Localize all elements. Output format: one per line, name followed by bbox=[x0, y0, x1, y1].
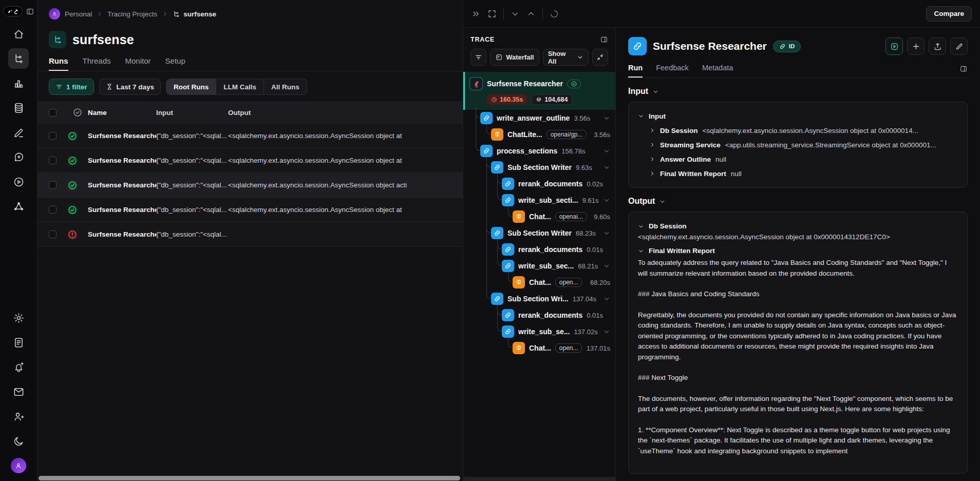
table-row[interactable]: Surfsense Researcher{"db_session":"<sqla… bbox=[37, 198, 463, 222]
input-tree-row[interactable]: Answer Outlinenull bbox=[649, 152, 958, 166]
table-row[interactable]: Surfsense Researcher{"db_session":"<sqla… bbox=[37, 222, 463, 247]
tab-threads[interactable]: Threads bbox=[83, 56, 111, 71]
share-button[interactable] bbox=[929, 37, 946, 55]
sidebar-item-deployments[interactable] bbox=[8, 196, 29, 217]
trace-scrollbar-track[interactable] bbox=[463, 477, 615, 481]
column-header-output[interactable]: Output bbox=[228, 109, 463, 117]
segment-root-runs[interactable]: Root Runs bbox=[166, 79, 216, 94]
trace-tree-item[interactable]: Sub Section Writer68.23s bbox=[463, 225, 615, 241]
row-checkbox[interactable] bbox=[49, 157, 56, 164]
chevron-down-icon[interactable] bbox=[603, 262, 610, 270]
input-tree-row[interactable]: Streaming Service<app.utils.streaming_se… bbox=[649, 138, 958, 152]
breadcrumb-current[interactable]: surfsense bbox=[173, 10, 216, 18]
trace-tree-item[interactable]: write_sub_secti...9.61s bbox=[463, 192, 615, 208]
trace-tree-item[interactable]: write_sub_sec...68.21s bbox=[463, 258, 615, 274]
input-tree-row[interactable]: Final Written Reportnull bbox=[649, 166, 958, 181]
sidebar-item-prompts[interactable] bbox=[8, 147, 29, 167]
tab-monitor[interactable]: Monitor bbox=[125, 56, 151, 71]
chevron-down-icon[interactable] bbox=[638, 223, 644, 229]
output-section-header[interactable]: Output bbox=[628, 197, 968, 206]
horizontal-scrollbar[interactable] bbox=[39, 476, 460, 480]
chevron-down-icon[interactable] bbox=[603, 229, 610, 237]
chevron-down-icon[interactable] bbox=[511, 9, 520, 18]
input-tree-row[interactable]: Db Session<sqlalchemy.ext.asyncio.sessio… bbox=[649, 123, 958, 138]
tab-metadata[interactable]: Metadata bbox=[702, 64, 733, 78]
row-checkbox[interactable] bbox=[49, 230, 56, 238]
segment-llm-calls[interactable]: LLM Calls bbox=[216, 79, 264, 94]
tab-runs[interactable]: Runs bbox=[49, 56, 68, 71]
panel-split-icon[interactable] bbox=[959, 65, 968, 77]
chevron-right-icon[interactable] bbox=[649, 127, 655, 133]
sidebar-item-invite-user[interactable] bbox=[8, 406, 29, 427]
output-key-row[interactable]: Final Written Report bbox=[638, 247, 958, 255]
table-row[interactable]: Surfsense Researcher{"db_session":"<sqla… bbox=[37, 173, 463, 198]
tab-setup[interactable]: Setup bbox=[165, 56, 185, 71]
collapse-all-button[interactable] bbox=[592, 49, 608, 66]
waterfall-button[interactable]: Waterfall bbox=[490, 49, 539, 66]
trace-tree-item[interactable]: write_sub_se...137.02s bbox=[463, 323, 615, 340]
sidebar-item-notifications[interactable] bbox=[8, 357, 29, 377]
trace-tree-item[interactable]: Sub Section Writer9.63s bbox=[463, 159, 615, 176]
breadcrumb-personal[interactable]: Personal bbox=[65, 10, 92, 18]
run-id-badge[interactable]: ID bbox=[773, 41, 801, 52]
chevron-right-icon[interactable] bbox=[649, 142, 655, 148]
column-header-input[interactable]: Input bbox=[156, 109, 228, 117]
trace-tree-item[interactable]: ChatLite...openai/gp...3.56s bbox=[463, 126, 615, 143]
chevron-down-icon[interactable] bbox=[603, 197, 610, 204]
sidebar-item-docs[interactable] bbox=[8, 332, 29, 353]
run-name-cell[interactable]: Surfsense Researcher bbox=[88, 181, 156, 189]
trace-tree-item[interactable]: rerank_documents0.01s bbox=[463, 307, 615, 323]
chevron-down-icon[interactable] bbox=[638, 248, 644, 254]
collapse-panel-icon[interactable] bbox=[472, 9, 481, 18]
trace-tree-item[interactable]: write_answer_outline3.56s bbox=[463, 110, 615, 126]
chevron-down-icon[interactable] bbox=[603, 164, 610, 171]
segment-all-runs[interactable]: All Runs bbox=[264, 79, 307, 94]
trace-tree-item[interactable]: rerank_documents0.01s bbox=[463, 241, 615, 258]
sidebar-item-dark-mode[interactable] bbox=[8, 431, 29, 451]
collapse-sidebar-icon[interactable] bbox=[26, 7, 34, 16]
compare-button[interactable]: Compare bbox=[926, 6, 972, 22]
trace-tree-item[interactable]: process_sections156.78s bbox=[463, 143, 615, 159]
panel-split-icon[interactable] bbox=[600, 35, 608, 44]
row-checkbox[interactable] bbox=[49, 181, 56, 189]
run-name-cell[interactable]: Surfsense Researcher bbox=[88, 157, 156, 164]
show-all-dropdown[interactable]: Show All bbox=[543, 49, 589, 66]
run-name-cell[interactable]: Surfsense Researcher bbox=[88, 206, 156, 214]
table-row[interactable]: Surfsense Researcher{"db_session":"<sqla… bbox=[37, 124, 463, 148]
sidebar-item-tracing-projects[interactable] bbox=[8, 48, 29, 69]
tree-filter-button[interactable] bbox=[470, 49, 486, 66]
chevron-down-icon[interactable] bbox=[603, 295, 610, 302]
sidebar-item-home[interactable] bbox=[8, 24, 29, 44]
chevron-down-icon[interactable] bbox=[638, 113, 644, 119]
sidebar-item-mail[interactable] bbox=[8, 381, 29, 402]
table-row[interactable]: Surfsense Researcher{"db_session":"<sqla… bbox=[37, 148, 463, 173]
chevron-down-icon[interactable] bbox=[603, 114, 610, 122]
edit-button[interactable] bbox=[950, 37, 968, 55]
tab-feedback[interactable]: Feedback bbox=[656, 64, 689, 78]
tab-run[interactable]: Run bbox=[628, 64, 643, 78]
trace-tree-item[interactable]: rerank_documents0.02s bbox=[463, 176, 615, 192]
trace-tree-item[interactable]: Chat...open...137.01s bbox=[463, 340, 615, 356]
sidebar-item-settings[interactable] bbox=[8, 307, 29, 328]
langsmith-logo[interactable] bbox=[3, 6, 23, 16]
chevron-right-icon[interactable] bbox=[649, 170, 655, 177]
chevron-down-icon[interactable] bbox=[603, 328, 610, 335]
chevron-down-icon[interactable] bbox=[603, 147, 610, 155]
sidebar-item-annotation[interactable] bbox=[8, 122, 29, 143]
run-name-cell[interactable]: Surfsense Researcher bbox=[88, 132, 156, 140]
chevron-up-icon[interactable] bbox=[526, 9, 536, 18]
output-key-row[interactable]: Db Session bbox=[638, 222, 958, 230]
date-range-button[interactable]: Last 7 days bbox=[99, 79, 161, 95]
filter-button[interactable]: 1 filter bbox=[49, 79, 94, 95]
sidebar-item-playground[interactable] bbox=[8, 171, 29, 192]
account-avatar[interactable] bbox=[8, 455, 29, 476]
row-checkbox[interactable] bbox=[49, 206, 56, 214]
trace-root-run[interactable]: Surfsense Researcher 160.35s 104,684 bbox=[463, 72, 615, 110]
select-all-checkbox[interactable] bbox=[49, 109, 56, 117]
input-section-header[interactable]: Input bbox=[628, 87, 968, 96]
run-name-cell[interactable]: Surfsense Researcher bbox=[88, 230, 156, 238]
fullscreen-icon[interactable] bbox=[487, 9, 497, 18]
breadcrumb-tracing-projects[interactable]: Tracing Projects bbox=[107, 10, 157, 18]
open-in-playground-button[interactable] bbox=[885, 37, 903, 55]
add-to-dataset-button[interactable] bbox=[907, 37, 925, 55]
